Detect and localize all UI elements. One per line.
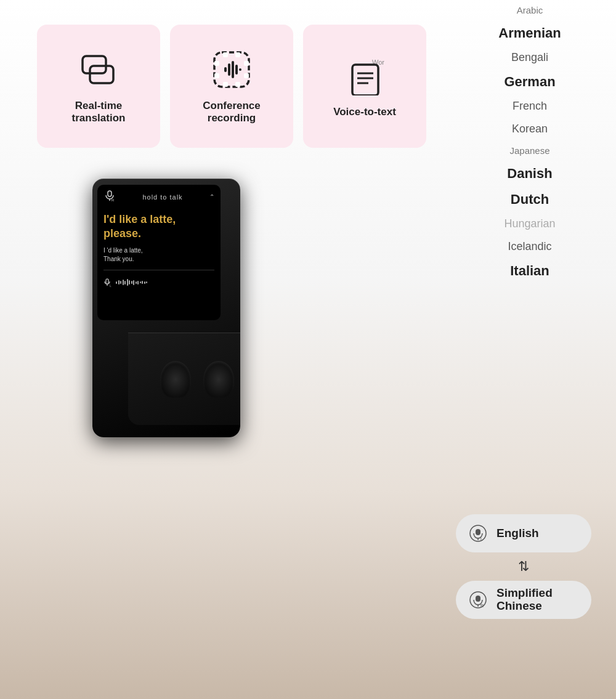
lang-item-armenian[interactable]: Armenian: [444, 20, 616, 46]
waveform-row: L: [97, 274, 221, 291]
svg-text:R: R: [111, 198, 115, 202]
feature-label-voice-to-text: Voice-to-text: [333, 106, 396, 118]
lang-item-french[interactable]: French: [444, 95, 616, 118]
svg-rect-3: [223, 52, 228, 57]
target-mic-icon: R: [467, 589, 489, 611]
source-language-label: English: [496, 527, 539, 540]
lang-item-korean[interactable]: Korean: [444, 118, 616, 140]
svg-rect-12: [228, 63, 230, 76]
svg-rect-0: [83, 56, 106, 73]
original-text-line1: I 'd like a latte, Thank you.: [97, 244, 221, 266]
lang-item-hungarian[interactable]: Hungarian: [444, 212, 616, 235]
lang-item-danish[interactable]: Danish: [444, 161, 616, 187]
svg-rect-22: [476, 529, 480, 535]
svg-rect-6: [214, 73, 219, 78]
lang-item-arabic[interactable]: Arabic: [444, 0, 616, 20]
lang-item-japanese[interactable]: Japanese: [444, 140, 616, 161]
device-screen: R hold to talk ⌃ I'd like a latte, pleas…: [97, 185, 221, 320]
language-selector-area: L English ⇅ R Simplified Chinese: [456, 514, 591, 619]
left-earbud: [160, 361, 191, 398]
feature-cards-row: Real-time translation: [37, 25, 444, 148]
translated-text: I'd like a latte, please.: [97, 209, 221, 244]
svg-rect-11: [224, 67, 227, 72]
target-language-label-line2: Chinese: [496, 600, 553, 613]
source-mic-icon: L: [467, 522, 489, 544]
svg-text:L: L: [110, 284, 111, 288]
feature-card-real-time-translation: Real-time translation: [37, 25, 160, 148]
svg-text:R: R: [480, 604, 484, 608]
waveform-bars: [116, 279, 147, 286]
hold-to-talk-label: hold to talk: [142, 193, 182, 201]
lang-item-italian[interactable]: Italian: [444, 258, 616, 284]
right-earbud: [203, 361, 234, 398]
lang-item-dutch[interactable]: Dutch: [444, 187, 616, 212]
svg-rect-26: [476, 596, 480, 602]
language-list: Arabic Armenian Bengali German French Ko…: [444, 0, 616, 493]
lang-item-bengali[interactable]: Bengali: [444, 46, 616, 69]
svg-text:L: L: [480, 537, 483, 541]
svg-rect-7: [244, 61, 249, 66]
svg-rect-4: [235, 52, 240, 57]
svg-rect-10: [235, 82, 240, 87]
svg-rect-17: [352, 65, 378, 95]
earbud-case: [128, 333, 240, 425]
feature-card-voice-to-text: Words Voice-to-text: [303, 25, 426, 148]
lang-item-icelandic[interactable]: Icelandic: [444, 235, 616, 258]
mic-wave-icon: [210, 48, 253, 91]
source-language-pill[interactable]: L English: [456, 514, 591, 552]
svg-rect-13: [232, 61, 234, 78]
feature-card-conference-recording: Conference recording: [170, 25, 293, 148]
svg-rect-9: [223, 82, 228, 87]
target-language-label-line1: Simplified: [496, 587, 553, 600]
document-icon: Words: [343, 54, 386, 97]
device-body: R hold to talk ⌃ I'd like a latte, pleas…: [92, 179, 240, 437]
screen-mic-icon: R: [103, 190, 116, 204]
lang-item-german[interactable]: German: [444, 69, 616, 95]
feature-label-translation: Real-time translation: [49, 100, 148, 125]
chat-icon: [77, 48, 120, 91]
device-area: R hold to talk ⌃ I'd like a latte, pleas…: [62, 148, 370, 653]
svg-rect-5: [214, 61, 219, 66]
arrows-icon: ⌃: [209, 193, 214, 200]
target-language-pill[interactable]: R Simplified Chinese: [456, 581, 591, 619]
svg-rect-1: [90, 66, 113, 83]
svg-rect-29: [108, 191, 111, 196]
svg-rect-32: [106, 279, 108, 284]
svg-rect-8: [244, 73, 249, 78]
svg-rect-14: [235, 65, 238, 75]
svg-rect-15: [239, 68, 241, 71]
feature-label-conference: Conference recording: [182, 100, 281, 125]
swap-languages-icon[interactable]: ⇅: [518, 559, 529, 575]
screen-divider: [103, 270, 214, 270]
